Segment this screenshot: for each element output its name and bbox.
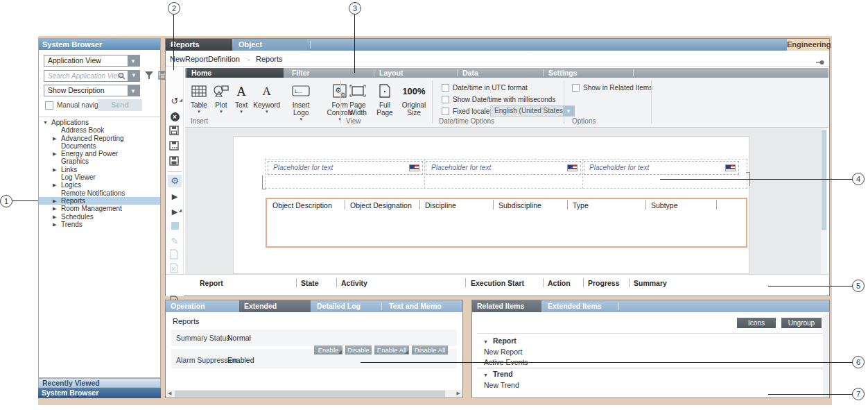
tree-item-log-viewer[interactable]: Log Viewer — [39, 173, 160, 181]
description-mode-dropdown[interactable]: Show Description — [44, 85, 140, 96]
text-placeholder-3[interactable]: Placeholder for text — [584, 161, 739, 175]
tab-reports[interactable]: Reports — [166, 39, 232, 51]
ungroup-button[interactable]: Ungroup — [781, 318, 822, 328]
send-button[interactable]: Send — [98, 99, 142, 111]
related-item-new-report[interactable]: New Report — [484, 348, 522, 356]
execution-column-state[interactable]: State — [301, 279, 319, 287]
related-item-new-trend[interactable]: New Trend — [484, 381, 519, 389]
tree-item-room-management[interactable]: Room Management — [39, 205, 160, 212]
execution-column-activity[interactable]: Activity — [341, 279, 367, 287]
save-icon[interactable] — [169, 126, 183, 138]
canvas-vertical-scrollbar[interactable] — [821, 128, 827, 274]
filter-icon[interactable] — [144, 71, 154, 80]
icons-button[interactable]: Icons — [737, 318, 776, 328]
full-page-button[interactable]: Full Page — [374, 80, 395, 117]
scroll-right-icon[interactable]: ▶ — [457, 391, 460, 396]
edit-pencil-icon[interactable]: ✎ — [168, 235, 182, 248]
save-all-icon[interactable] — [169, 156, 183, 169]
close-icon[interactable]: × — [168, 110, 182, 123]
chevron-down-icon[interactable] — [128, 55, 139, 66]
tree-item-documents[interactable]: Documents — [39, 142, 160, 150]
locale-dropdown[interactable]: English (United States) — [490, 105, 575, 117]
selection-handle-left[interactable] — [262, 176, 266, 189]
table-column-header[interactable]: Object Designation — [350, 201, 412, 210]
tab-operation[interactable]: Operation — [166, 300, 238, 312]
search-input[interactable] — [44, 70, 128, 82]
view-selector-dropdown[interactable]: Application View — [44, 55, 140, 67]
expander-down-icon[interactable]: ▼ — [483, 339, 493, 344]
enable-button[interactable]: Enable — [314, 345, 342, 355]
tree-item-links[interactable]: Links — [39, 166, 160, 173]
stop-icon[interactable] — [168, 221, 182, 233]
export-pdf-icon[interactable] — [169, 249, 183, 262]
breadcrumb-context[interactable]: Reports — [256, 55, 283, 63]
table-column-header[interactable]: Subdiscipline — [498, 201, 541, 210]
insert-table-button[interactable]: Table▾ — [191, 80, 207, 121]
expander-right-icon[interactable] — [53, 166, 61, 174]
insert-keyword-button[interactable]: A Keyword▾ — [253, 80, 280, 121]
ribbon-tab-data[interactable]: Data — [462, 68, 478, 78]
tab-related-items[interactable]: Related Items — [472, 300, 541, 312]
run-icon[interactable]: ▶ — [168, 190, 182, 203]
milliseconds-checkbox-row[interactable]: Show Date/time with milliseconds — [442, 95, 555, 104]
disable-button[interactable]: Disable — [345, 345, 372, 355]
tree-item-address-book[interactable]: Address Book — [39, 126, 160, 134]
ribbon-tab-settings[interactable]: Settings — [548, 68, 577, 78]
tree-item-schedules[interactable]: Schedules — [39, 213, 160, 221]
ribbon-tab-filter[interactable]: Filter — [292, 68, 310, 78]
settings-gear-icon[interactable]: ⚙ — [168, 175, 182, 187]
fixed-locale-checkbox-row[interactable]: Fixed locale — [442, 107, 489, 116]
expander-right-icon[interactable] — [53, 213, 61, 221]
tree-item-advanced-reporting[interactable]: Advanced Reporting — [39, 135, 160, 142]
chevron-down-icon[interactable] — [128, 85, 139, 96]
tree-item-remote-notifications[interactable]: Remote Notifications — [39, 189, 160, 197]
insert-plot-button[interactable]: Plot▾ — [213, 80, 229, 121]
tab-text-and-memo[interactable]: Text and Memo — [384, 300, 460, 312]
text-placeholder-1[interactable]: Placeholder for text — [268, 161, 423, 175]
tree-item-logics[interactable]: Logics — [39, 181, 160, 189]
chevron-down-icon[interactable] — [563, 106, 574, 116]
scroll-left-icon[interactable]: ◀ — [168, 391, 171, 396]
expander-right-icon[interactable] — [53, 150, 61, 158]
search-icon[interactable] — [118, 72, 125, 80]
manual-navigation-checkbox[interactable] — [45, 101, 53, 110]
breadcrumb-name[interactable]: NewReportDefinition — [170, 55, 240, 63]
expander-right-icon[interactable] — [53, 205, 61, 213]
execution-column-progress[interactable]: Progress — [588, 279, 620, 287]
page-width-button[interactable]: Page Width — [346, 80, 370, 117]
scrollbar-thumb[interactable] — [175, 391, 445, 397]
us-flag-icon[interactable] — [409, 164, 419, 171]
operation-horizontal-scrollbar[interactable]: ◀ ▶ — [166, 390, 462, 398]
us-flag-icon[interactable] — [567, 164, 578, 171]
checkbox-icon[interactable] — [442, 96, 449, 103]
tab-extended-items[interactable]: Extended Items — [543, 300, 616, 312]
insert-text-button[interactable]: A Text▾ — [235, 80, 248, 121]
search-dropdown-button[interactable] — [128, 70, 140, 82]
expander-down-icon[interactable]: ▼ — [483, 373, 493, 377]
recently-viewed-bar[interactable]: Recently Viewed — [38, 378, 161, 388]
ribbon-tab-home[interactable]: Home — [186, 68, 284, 78]
tab-extended-operation[interactable]: Extended Operation — [239, 300, 311, 312]
tab-detailed-log[interactable]: Detailed Log — [312, 300, 379, 312]
show-related-checkbox-row[interactable]: Show in Related Items — [572, 83, 652, 92]
pin-icon[interactable] — [816, 60, 824, 65]
tree-item-graphics[interactable]: Graphics — [39, 157, 160, 165]
expander-right-icon[interactable] — [53, 181, 61, 189]
execution-column-report[interactable]: Report — [200, 279, 223, 287]
tree-item-energy-and-power[interactable]: Energy and Power — [39, 150, 160, 157]
execution-column-summary[interactable]: Summary — [634, 279, 667, 287]
related-group-trend[interactable]: ▼Trend — [483, 370, 513, 378]
insert-logo-button[interactable]: L... Insert Logo▾ — [286, 80, 316, 121]
us-flag-icon[interactable] — [725, 164, 736, 171]
ribbon-tab-layout[interactable]: Layout — [379, 68, 403, 78]
tree-item-reports[interactable]: Reports — [39, 197, 160, 205]
text-placeholder-2[interactable]: Placeholder for text — [426, 161, 581, 175]
table-column-header[interactable]: Object Description — [272, 201, 332, 210]
disable-all-button[interactable]: Disable All — [412, 345, 448, 355]
system-browser-collapsed-tab[interactable]: System Browser — [38, 388, 161, 398]
original-size-button[interactable]: 100% Original Size — [400, 80, 428, 117]
expander-right-icon[interactable] — [53, 197, 61, 205]
checkbox-icon[interactable] — [572, 84, 580, 92]
related-group-report[interactable]: ▼Report — [483, 336, 517, 345]
table-column-header[interactable]: Subtype — [651, 201, 678, 210]
